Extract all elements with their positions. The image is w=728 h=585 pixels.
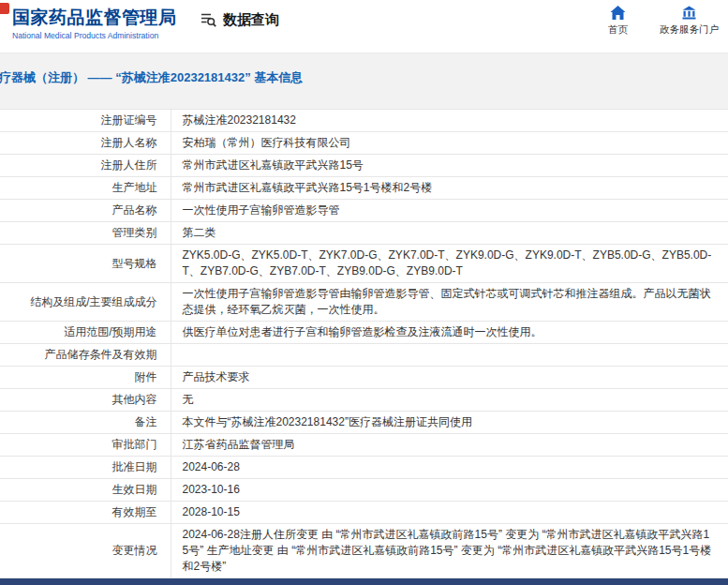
- table-row: 变更情况2024-06-28注册人住所变更 由 “常州市武进区礼嘉镇政前路15号…: [0, 524, 728, 578]
- row-value: 2024-06-28注册人住所变更 由 “常州市武进区礼嘉镇政前路15号” 变更…: [171, 524, 728, 578]
- row-label-text: 结构及组成/主要组成成分: [30, 295, 156, 308]
- row-label-text: 变更情况: [112, 544, 157, 557]
- row-value: [171, 344, 728, 367]
- data-query-label: 数据查询: [223, 11, 279, 29]
- row-label: 生产地址: [0, 177, 171, 200]
- page-title: 医疗器械（注册） —— “苏械注准20232181432” 基本信息: [0, 69, 728, 86]
- row-label: 生效日期: [0, 479, 171, 502]
- table-row: 其他内容无: [0, 389, 728, 412]
- nav-portal[interactable]: 政务服务门户: [660, 6, 719, 37]
- row-value: 本文件与“苏械注准20232181432”医疗器械注册证共同使用: [171, 412, 728, 434]
- table-row: 附件产品技术要求: [0, 367, 728, 389]
- header-nav: 首页 政务服务门户: [608, 6, 719, 37]
- row-value: 产品技术要求: [171, 367, 728, 389]
- nmpa-logo: 国家药品监督管理局 National Medical Products Admi…: [12, 8, 177, 40]
- row-label-text: 产品名称: [112, 203, 157, 217]
- row-value: 2028-10-15: [171, 502, 728, 524]
- row-label-text: 适用范围/预期用途: [64, 325, 156, 338]
- row-label-text: 批准日期: [112, 460, 157, 473]
- row-label: 注册证编号: [0, 110, 171, 132]
- row-label: 附件: [0, 367, 171, 389]
- table-row: 批准日期2024-06-28: [0, 457, 728, 479]
- row-label: 结构及组成/主要组成成分: [0, 283, 171, 322]
- row-label-text: 注册人住所: [101, 158, 157, 172]
- data-query-icon: [199, 10, 217, 29]
- row-value: 江苏省药品监督管理局: [171, 434, 728, 457]
- home-icon: [610, 6, 626, 20]
- row-label: 产品名称: [0, 200, 171, 222]
- row-label-text: 管理类别: [112, 226, 157, 239]
- row-label: 注册人住所: [0, 155, 171, 177]
- row-label-text: 附件: [135, 370, 157, 383]
- row-label-text: 型号规格: [112, 257, 157, 270]
- row-value: 常州市武进区礼嘉镇政平武兴路15号: [171, 155, 728, 177]
- registration-info-table-body: 注册证编号苏械注准20232181432注册人名称安柏瑞（常州）医疗科技有限公司…: [0, 110, 728, 585]
- row-value: 2024-06-28: [171, 457, 728, 479]
- table-row: 审批部门江苏省药品监督管理局: [0, 434, 728, 457]
- table-row: 产品名称一次性使用子宫输卵管造影导管: [0, 200, 728, 222]
- row-label: 有效期至: [0, 502, 171, 524]
- row-label: 变更情况: [0, 524, 171, 578]
- row-value: 常州市武进区礼嘉镇政平武兴路15号1号楼和2号楼: [171, 177, 728, 200]
- row-label: 批准日期: [0, 457, 171, 479]
- main-content: 医疗器械（注册） —— “苏械注准20232181432” 基本信息 注册证编号…: [0, 53, 728, 585]
- row-label-text: 备注: [135, 415, 157, 428]
- row-label-text: 注册证编号: [101, 113, 157, 127]
- nav-home-label: 首页: [608, 23, 628, 37]
- registration-info-table-wrap: 注册证编号苏械注准20232181432注册人名称安柏瑞（常州）医疗科技有限公司…: [0, 109, 728, 585]
- row-label-text: 生效日期: [112, 483, 157, 496]
- table-row: 注册人住所常州市武进区礼嘉镇政平武兴路15号: [0, 155, 728, 177]
- nmpa-logo-mark: [0, 3, 9, 14]
- row-value: 2023-10-16: [171, 479, 728, 502]
- nav-home[interactable]: 首页: [608, 6, 628, 37]
- row-label: 管理类别: [0, 222, 171, 245]
- table-row: 生产地址常州市武进区礼嘉镇政平武兴路15号1号楼和2号楼: [0, 177, 728, 200]
- row-value: 供医疗单位对患者进行子宫和输卵管造影检查及注液流通时一次性使用。: [171, 322, 728, 344]
- row-label-text: 审批部门: [112, 438, 157, 451]
- site-header: 国家药品监督管理局 National Medical Products Admi…: [0, 0, 728, 53]
- row-label-text: 注册人名称: [101, 136, 157, 149]
- government-building-icon: [681, 6, 697, 20]
- row-value: 一次性使用子宫输卵管造影导管由输卵管造影导管、固定式针芯或可调式针芯和推注器组成…: [171, 283, 728, 322]
- row-label-text: 其他内容: [112, 393, 157, 406]
- nav-portal-label: 政务服务门户: [660, 23, 719, 37]
- row-label: 适用范围/预期用途: [0, 322, 171, 344]
- row-label: 型号规格: [0, 245, 171, 283]
- table-row: 有效期至2028-10-15: [0, 502, 728, 524]
- table-row: 注册证编号苏械注准20232181432: [0, 110, 728, 132]
- row-value: ZYK5.0D-G、ZYK5.0D-T、ZYK7.0D-G、ZYK7.0D-T、…: [171, 245, 728, 283]
- row-label-text: 生产地址: [112, 181, 157, 194]
- row-label-text: 有效期至: [112, 505, 157, 518]
- registration-info-table: 注册证编号苏械注准20232181432注册人名称安柏瑞（常州）医疗科技有限公司…: [0, 109, 728, 585]
- row-label-text: 产品储存条件及有效期: [45, 348, 157, 361]
- row-value: 第二类: [171, 222, 728, 245]
- row-value: 一次性使用子宫输卵管造影导管: [171, 200, 728, 222]
- table-row: 结构及组成/主要组成成分一次性使用子宫输卵管造影导管由输卵管造影导管、固定式针芯…: [0, 283, 728, 322]
- table-row: 注册人名称安柏瑞（常州）医疗科技有限公司: [0, 132, 728, 155]
- row-label: 审批部门: [0, 434, 171, 457]
- row-label: 其他内容: [0, 389, 171, 412]
- row-label: 注册人名称: [0, 132, 171, 155]
- agency-name-english: National Medical Products Administration: [12, 31, 177, 40]
- row-label: 备注: [0, 412, 171, 434]
- row-value: 苏械注准20232181432: [171, 110, 728, 132]
- table-row: 型号规格ZYK5.0D-G、ZYK5.0D-T、ZYK7.0D-G、ZYK7.0…: [0, 245, 728, 283]
- agency-name: 国家药品监督管理局: [12, 8, 177, 28]
- table-row: 适用范围/预期用途供医疗单位对患者进行子宫和输卵管造影检查及注液流通时一次性使用…: [0, 322, 728, 344]
- footer-bar: [0, 578, 728, 585]
- row-label: 产品储存条件及有效期: [0, 344, 171, 367]
- row-value: 安柏瑞（常州）医疗科技有限公司: [171, 132, 728, 155]
- table-row: 产品储存条件及有效期: [0, 344, 728, 367]
- table-row: 生效日期2023-10-16: [0, 479, 728, 502]
- nav-data-query[interactable]: 数据查询: [199, 10, 279, 29]
- table-row: 管理类别第二类: [0, 222, 728, 245]
- table-row: 备注本文件与“苏械注准20232181432”医疗器械注册证共同使用: [0, 412, 728, 434]
- row-value: 无: [171, 389, 728, 412]
